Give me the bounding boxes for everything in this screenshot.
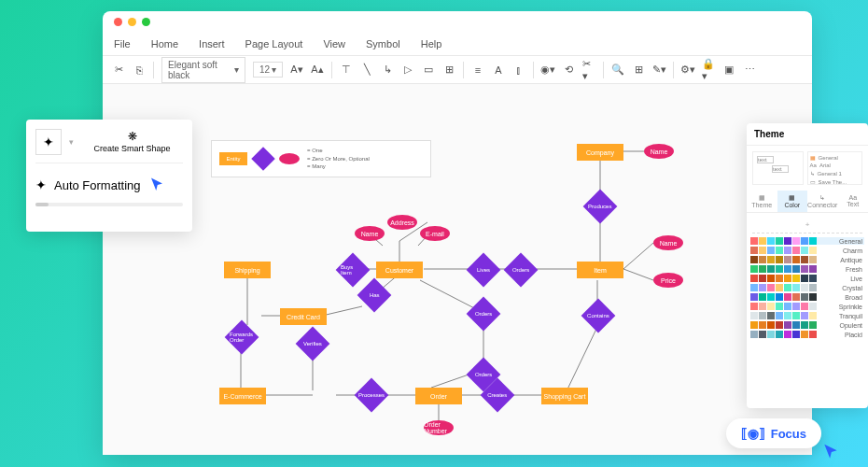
color-swatch[interactable] <box>750 237 758 245</box>
color-swatch[interactable] <box>759 237 766 245</box>
color-swatch[interactable] <box>776 331 783 338</box>
color-swatch[interactable] <box>776 247 783 254</box>
chevron-down-icon[interactable]: ▾ <box>69 137 74 147</box>
color-swatch[interactable] <box>809 321 817 329</box>
rel-lives[interactable]: Lives <box>467 253 501 288</box>
color-swatch[interactable] <box>776 284 783 291</box>
color-swatch[interactable] <box>767 265 775 273</box>
color-swatch[interactable] <box>759 275 766 282</box>
min-dot[interactable] <box>128 18 136 26</box>
entity-shoppingcart[interactable]: Shopping Cart <box>541 388 588 404</box>
add-palette[interactable]: + <box>752 217 862 234</box>
color-swatch[interactable] <box>759 284 766 291</box>
rel-orders2[interactable]: Orders <box>467 297 501 332</box>
focus-button[interactable]: ⟦◉⟧ Focus <box>726 418 821 448</box>
rel-buysitem[interactable]: Buys Item <box>336 253 371 288</box>
pen-icon[interactable]: ✎▾ <box>652 64 665 77</box>
dist-icon[interactable]: ⫿ <box>512 64 525 77</box>
menu-view[interactable]: View <box>323 38 345 50</box>
entity-creditcard[interactable]: Credit Card <box>280 308 327 325</box>
attr-item-name[interactable]: Name <box>653 235 683 250</box>
color-swatch[interactable] <box>784 237 791 245</box>
color-swatch[interactable] <box>809 275 817 282</box>
color-swatch[interactable] <box>784 284 791 291</box>
color-swatch[interactable] <box>750 265 758 273</box>
entity-ecommerce[interactable]: E-Commerce <box>219 388 266 404</box>
color-swatch[interactable] <box>809 312 817 319</box>
fill-icon[interactable]: ◉▾ <box>541 64 554 77</box>
attr-name[interactable]: Name <box>355 226 385 241</box>
color-swatch[interactable] <box>801 256 808 263</box>
palette-row[interactable]: Antique <box>750 256 864 263</box>
color-swatch[interactable] <box>767 321 775 329</box>
color-swatch[interactable] <box>776 237 783 245</box>
tool-icon[interactable]: ⊤ <box>340 64 353 77</box>
color-swatch[interactable] <box>759 331 766 338</box>
color-swatch[interactable] <box>809 256 817 263</box>
color-swatch[interactable] <box>784 293 791 301</box>
group-icon[interactable]: ⊞ <box>442 64 455 77</box>
cut-icon[interactable]: ✂ <box>112 64 125 77</box>
font-up-icon[interactable]: A▴ <box>311 64 324 77</box>
color-swatch[interactable] <box>792 247 800 254</box>
color-swatch[interactable] <box>759 293 766 301</box>
color-swatch[interactable] <box>792 331 800 338</box>
grid-icon[interactable]: ⊞ <box>632 64 645 77</box>
color-swatch[interactable] <box>767 256 775 263</box>
connector-icon[interactable]: ↳ <box>381 64 394 77</box>
tab-color[interactable]: ▦Color <box>777 191 808 212</box>
color-swatch[interactable] <box>809 237 817 245</box>
palette-row[interactable]: Tranquil <box>750 312 864 319</box>
color-swatch[interactable] <box>784 331 791 338</box>
color-swatch[interactable] <box>784 265 791 273</box>
color-swatch[interactable] <box>750 312 758 319</box>
attr-email[interactable]: E-mail <box>420 226 450 241</box>
color-swatch[interactable] <box>767 275 775 282</box>
color-swatch[interactable] <box>776 275 783 282</box>
color-swatch[interactable] <box>792 303 800 310</box>
lock-icon[interactable]: 🔒▾ <box>702 64 715 77</box>
color-swatch[interactable] <box>809 284 817 291</box>
size-select[interactable]: 12▾ <box>253 62 283 78</box>
color-swatch[interactable] <box>750 321 758 329</box>
rel-verifies[interactable]: Verifies <box>296 327 330 361</box>
color-swatch[interactable] <box>776 321 783 329</box>
palette-row[interactable]: Opulent <box>750 321 864 329</box>
preview-thumbnail[interactable]: text text <box>752 151 804 185</box>
color-swatch[interactable] <box>801 293 808 301</box>
color-swatch[interactable] <box>750 275 758 282</box>
pv-general[interactable]: General <box>819 155 838 161</box>
text-icon[interactable]: A <box>492 64 505 77</box>
color-swatch[interactable] <box>776 312 783 319</box>
color-swatch[interactable] <box>776 256 783 263</box>
menu-symbol[interactable]: Symbol <box>366 38 400 50</box>
entity-customer[interactable]: Customer <box>376 262 423 278</box>
menu-home[interactable]: Home <box>151 38 178 50</box>
color-swatch[interactable] <box>784 247 791 254</box>
font-select[interactable]: Elegant soft black▾ <box>161 57 245 83</box>
color-swatch[interactable] <box>750 247 758 254</box>
color-swatch[interactable] <box>809 247 817 254</box>
color-swatch[interactable] <box>792 275 800 282</box>
rel-contains[interactable]: Contains <box>581 299 616 333</box>
entity-order[interactable]: Order <box>415 388 462 404</box>
palette-row[interactable]: Live <box>750 275 864 282</box>
color-swatch[interactable] <box>792 237 800 245</box>
color-swatch[interactable] <box>784 312 791 319</box>
color-swatch[interactable] <box>809 265 817 273</box>
color-swatch[interactable] <box>784 303 791 310</box>
attr-ordernum[interactable]: Order Number <box>424 420 454 435</box>
rel-orders[interactable]: Orders <box>504 253 539 288</box>
color-swatch[interactable] <box>809 331 817 338</box>
color-swatch[interactable] <box>767 247 775 254</box>
color-swatch[interactable] <box>767 312 775 319</box>
color-swatch[interactable] <box>750 303 758 310</box>
color-swatch[interactable] <box>767 331 775 338</box>
color-swatch[interactable] <box>759 321 766 329</box>
tab-theme[interactable]: ▦Theme <box>747 191 777 212</box>
entity-item[interactable]: Item <box>577 262 623 278</box>
pv-g1[interactable]: General 1 <box>818 171 842 177</box>
color-swatch[interactable] <box>759 303 766 310</box>
palette-row[interactable]: Sprinkle <box>750 303 864 310</box>
color-swatch[interactable] <box>759 312 766 319</box>
